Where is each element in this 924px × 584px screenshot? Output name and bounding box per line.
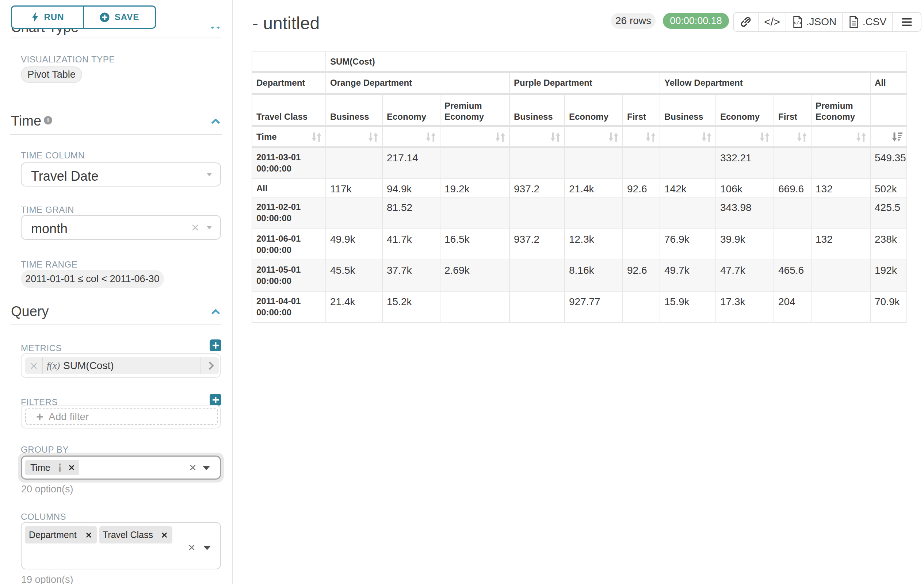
svg-text:i: i	[47, 117, 49, 123]
svg-text:</>: </>	[793, 20, 802, 26]
